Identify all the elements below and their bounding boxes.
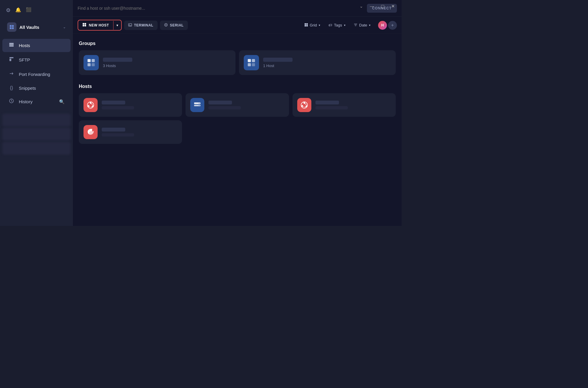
bell-icon[interactable]: 🔔 bbox=[15, 7, 21, 14]
sidebar-item-hosts[interactable]: Hosts bbox=[2, 39, 71, 52]
date-button[interactable]: Date ▾ bbox=[351, 21, 373, 29]
host-name-blur bbox=[315, 101, 339, 104]
host-sub-blur bbox=[102, 133, 134, 136]
svg-rect-28 bbox=[252, 63, 255, 66]
history-icon bbox=[8, 98, 15, 105]
svg-rect-13 bbox=[85, 25, 86, 26]
tags-button[interactable]: 🏷 Tags ▾ bbox=[325, 21, 348, 29]
serial-button[interactable]: SERIAL bbox=[160, 21, 188, 30]
svg-rect-19 bbox=[305, 25, 306, 26]
group-icon-2 bbox=[244, 55, 259, 70]
sidebar-item-snippets[interactable]: {} Snippets bbox=[2, 82, 71, 94]
vault-icon bbox=[7, 22, 16, 32]
svg-rect-10 bbox=[83, 23, 84, 24]
svg-rect-0 bbox=[10, 25, 11, 27]
new-host-button-group: NEW HOST ▾ bbox=[78, 20, 122, 31]
group-name-blur-2 bbox=[263, 58, 293, 62]
search-bar: CONNECT bbox=[73, 0, 402, 17]
close-button[interactable]: ✕ bbox=[390, 4, 396, 9]
sidebar-item-port-forwarding[interactable]: Port Forwarding bbox=[2, 68, 71, 81]
svg-rect-7 bbox=[9, 57, 14, 58]
svg-rect-18 bbox=[306, 23, 308, 25]
terminal-btn-icon bbox=[128, 23, 132, 28]
svg-rect-21 bbox=[88, 59, 91, 62]
host-name-blur bbox=[208, 101, 232, 104]
new-host-grid-icon bbox=[82, 23, 86, 28]
terminal-icon[interactable]: ⬛ bbox=[26, 7, 31, 14]
search-input[interactable] bbox=[78, 4, 364, 13]
port-forwarding-icon bbox=[8, 71, 15, 78]
svg-rect-24 bbox=[92, 63, 95, 66]
tags-icon: 🏷 bbox=[328, 23, 332, 27]
sidebar-top: ⚙ 🔔 ⬛ bbox=[0, 5, 73, 19]
sftp-icon bbox=[8, 56, 15, 63]
host-card[interactable] bbox=[79, 93, 182, 117]
sidebar-bottom-blur bbox=[0, 111, 73, 221]
main-content: CONNECT NEW HOST ▾ bbox=[73, 0, 402, 226]
terminal-button[interactable]: TERMINAL bbox=[124, 21, 158, 30]
blurred-history-item-1 bbox=[2, 114, 71, 126]
svg-rect-22 bbox=[92, 59, 95, 62]
vault-chevron-icon: ⌄ bbox=[63, 25, 66, 29]
ubuntu-icon bbox=[83, 98, 98, 112]
group-name-blur-1 bbox=[103, 58, 132, 62]
titlebar: ⌄ — ▢ ✕ bbox=[353, 0, 402, 12]
history-search-icon[interactable]: 🔍 bbox=[59, 99, 65, 104]
svg-rect-3 bbox=[12, 27, 14, 29]
toolbar: NEW HOST ▾ TERMINAL SERIAL bbox=[73, 17, 402, 34]
sidebar-item-history[interactable]: History 🔍 bbox=[2, 95, 71, 108]
hosts-grid bbox=[79, 93, 396, 144]
group-icon-1 bbox=[83, 55, 99, 70]
host-sub-blur bbox=[102, 106, 134, 109]
svg-rect-8 bbox=[9, 59, 11, 61]
svg-rect-12 bbox=[83, 25, 84, 26]
avatar-group: H + bbox=[378, 21, 397, 30]
grid-view-button[interactable]: Grid ▾ bbox=[301, 21, 323, 29]
svg-rect-14 bbox=[128, 24, 132, 26]
toolbar-right: Grid ▾ 🏷 Tags ▾ Date ▾ H + bbox=[301, 21, 397, 30]
hosts-section: Hosts bbox=[79, 84, 396, 144]
minimize-button[interactable]: — bbox=[369, 4, 375, 9]
sidebar: ⚙ 🔔 ⬛ All Vaults ⌄ Hosts bbox=[0, 0, 73, 226]
group-card[interactable]: 3 Hosts bbox=[79, 50, 235, 75]
settings-icon[interactable]: ⚙ bbox=[6, 7, 11, 14]
grid-icon bbox=[304, 23, 308, 28]
host-name-blur bbox=[102, 101, 125, 104]
group-count-2: 1 Host bbox=[263, 64, 391, 68]
svg-rect-11 bbox=[85, 23, 86, 24]
host-name-blur bbox=[102, 128, 125, 131]
svg-rect-5 bbox=[9, 44, 14, 45]
user-avatar[interactable]: H bbox=[378, 21, 387, 30]
svg-rect-23 bbox=[88, 63, 91, 66]
blurred-history-item-3 bbox=[2, 142, 71, 155]
date-chevron-icon: ▾ bbox=[369, 24, 370, 27]
all-vaults-selector[interactable]: All Vaults ⌄ bbox=[2, 19, 71, 35]
host-card[interactable] bbox=[79, 120, 182, 144]
vault-label: All Vaults bbox=[19, 25, 60, 30]
sftp-label: SFTP bbox=[19, 57, 30, 62]
svg-rect-6 bbox=[9, 46, 14, 46]
hosts-icon bbox=[8, 42, 15, 49]
server-icon bbox=[190, 98, 204, 112]
chevron-down-icon[interactable]: ⌄ bbox=[359, 4, 364, 9]
maximize-button[interactable]: ▢ bbox=[380, 4, 385, 9]
hosts-section-title: Hosts bbox=[79, 84, 396, 89]
sidebar-top-icons: ⚙ 🔔 ⬛ bbox=[6, 7, 31, 14]
group-count-1: 3 Hosts bbox=[103, 64, 231, 68]
grid-chevron-icon: ▾ bbox=[319, 24, 320, 27]
svg-rect-4 bbox=[9, 43, 14, 44]
new-host-button[interactable]: NEW HOST bbox=[78, 20, 113, 30]
debian-icon bbox=[83, 125, 98, 139]
sidebar-item-sftp[interactable]: SFTP bbox=[2, 53, 71, 66]
new-host-dropdown-button[interactable]: ▾ bbox=[113, 21, 121, 30]
content-area: Groups 3 Hosts bbox=[73, 34, 402, 226]
search-input-wrap bbox=[78, 4, 364, 13]
groups-section: Groups 3 Hosts bbox=[79, 41, 396, 75]
host-card[interactable] bbox=[293, 93, 396, 117]
add-avatar-button[interactable]: + bbox=[388, 21, 397, 30]
group-card[interactable]: 1 Host bbox=[239, 50, 396, 75]
host-card[interactable] bbox=[186, 93, 289, 117]
groups-grid: 3 Hosts 1 Host bbox=[79, 50, 396, 75]
history-item-row: History 🔍 bbox=[8, 98, 65, 105]
svg-point-16 bbox=[166, 24, 166, 25]
